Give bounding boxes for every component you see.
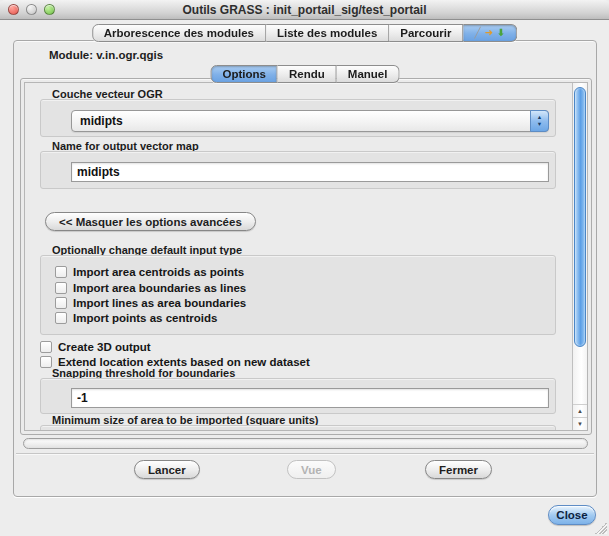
tab-module-list[interactable]: Liste des modules (266, 24, 389, 42)
ogr-layer-selected-value: midipts (72, 114, 530, 128)
checkbox-row-points-as-centroids[interactable]: Import points as centroids (55, 311, 217, 324)
hide-advanced-options-button[interactable]: << Masquer les options avancées (45, 212, 256, 231)
checkbox-area-boundaries[interactable] (55, 282, 67, 294)
window-title: Outils GRASS : init_portail_sig/test_por… (182, 3, 426, 17)
close-dialog-button[interactable]: Close (548, 505, 596, 525)
checkbox-row-area-centroids[interactable]: Import area centroids as points (55, 265, 244, 278)
arrow-down-icon: ⬇ (497, 28, 505, 38)
traffic-lights (8, 4, 55, 15)
checkbox-points-as-centroids[interactable] (55, 312, 67, 324)
scroll-up-icon[interactable]: ▲ (573, 404, 587, 417)
tab-options[interactable]: Options (211, 65, 278, 83)
checkbox-lines-as-boundaries[interactable] (55, 297, 67, 309)
close-module-button[interactable]: Fermer (425, 460, 492, 479)
checkbox-row-create-3d[interactable]: Create 3D output (40, 340, 151, 353)
separator (16, 453, 594, 455)
checkbox-row-area-boundaries[interactable]: Import area boundaries as lines (55, 281, 246, 294)
view-button: Vue (287, 460, 336, 479)
resize-grip-icon[interactable] (595, 522, 607, 534)
min-area-group-box (40, 425, 556, 431)
scroll-down-icon[interactable]: ▼ (573, 417, 587, 430)
module-browser-tabbar: Arborescence des modules Liste des modul… (92, 24, 518, 42)
module-page: Module: v.in.ogr.qgis Options Rendu Manu… (13, 40, 597, 497)
tab-manual[interactable]: Manuel (337, 65, 400, 83)
combobox-stepper-icon[interactable]: ▲ ▼ (530, 110, 549, 132)
title-bar[interactable]: Outils GRASS : init_portail_sig/test_por… (0, 0, 609, 20)
zoom-window-button[interactable] (44, 4, 55, 15)
scrollbar-thumb[interactable] (574, 87, 586, 347)
grass-tools-window: Outils GRASS : init_portail_sig/test_por… (0, 0, 609, 536)
module-name-label: Module: v.in.ogr.qgis (49, 49, 163, 61)
module-progress-bar (23, 438, 588, 449)
checkbox-row-lines-as-boundaries[interactable]: Import lines as area boundaries (55, 296, 246, 309)
run-button[interactable]: Lancer (134, 460, 200, 479)
close-window-button[interactable] (8, 4, 19, 15)
pencil-icon: ╱ (474, 28, 480, 38)
minimize-window-button[interactable] (26, 4, 37, 15)
output-map-group-box (40, 151, 556, 189)
output-map-name-input[interactable] (71, 162, 549, 182)
checkbox-area-centroids[interactable] (55, 266, 67, 278)
tab-render[interactable]: Rendu (278, 65, 337, 83)
scrollbar-arrows: ▲ ▼ (573, 404, 587, 430)
tab-open-module[interactable]: ╱ ➜ ⬇ (463, 24, 517, 42)
options-scroll-area: Couche vecteur OGR midipts ▲ ▼ Name for … (24, 82, 588, 431)
vertical-scrollbar[interactable]: ▲ ▼ (572, 83, 587, 430)
snapping-threshold-input[interactable] (71, 388, 549, 408)
checkbox-create-3d[interactable] (40, 341, 52, 353)
ogr-layer-combobox[interactable]: midipts ▲ ▼ (71, 110, 549, 132)
options-tab-pane: Couche vecteur OGR midipts ▲ ▼ Name for … (20, 78, 592, 435)
tab-browse[interactable]: Parcourir (389, 24, 463, 42)
input-type-group-box: Import area centroids as points Import a… (40, 255, 556, 335)
ogr-layer-group-box: midipts ▲ ▼ (40, 99, 556, 137)
module-tabbar: Options Rendu Manuel (211, 65, 400, 83)
snapping-group-box (40, 378, 556, 414)
options-form: Couche vecteur OGR midipts ▲ ▼ Name for … (25, 83, 572, 430)
arrow-right-icon: ➜ (484, 28, 492, 38)
checkbox-extend-location[interactable] (40, 356, 52, 368)
tab-module-tree[interactable]: Arborescence des modules (92, 24, 266, 42)
